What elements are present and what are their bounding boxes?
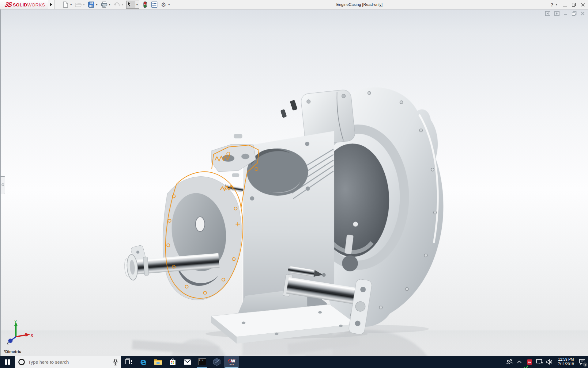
document-title: EngineCasing [Read-only] xyxy=(336,0,383,10)
store-button[interactable] xyxy=(165,356,180,368)
speaker-icon xyxy=(546,359,553,365)
save-floppy-icon xyxy=(88,1,95,8)
view-orientation-label: *Dimetric xyxy=(4,349,21,354)
task-view-icon xyxy=(125,358,132,365)
help-button[interactable]: ? ▼ xyxy=(551,1,558,9)
dropdown-caret[interactable]: ▼ xyxy=(108,1,111,8)
triad-y-label: Y xyxy=(14,320,17,324)
clock-date: 7/11/2018 xyxy=(556,362,576,366)
windows-logo-icon xyxy=(5,359,10,365)
show-hidden-icons-button[interactable] xyxy=(515,356,523,368)
open-button[interactable]: ▼ xyxy=(75,1,86,8)
properties-button[interactable] xyxy=(151,1,158,8)
pane-right-button[interactable] xyxy=(554,11,560,16)
new-document-icon xyxy=(62,1,69,8)
document-window-controls xyxy=(545,11,585,16)
hexagon-app-button[interactable] xyxy=(209,356,224,368)
start-button[interactable] xyxy=(0,356,15,368)
display-states-button[interactable] xyxy=(141,1,149,8)
search-input[interactable] xyxy=(28,359,102,365)
action-center-button[interactable]: 3 xyxy=(578,356,586,368)
check-icon xyxy=(524,366,528,368)
file-explorer-icon xyxy=(154,358,162,365)
taskbar-search[interactable] xyxy=(15,356,121,368)
cover-stud xyxy=(290,100,297,111)
close-icon xyxy=(581,3,585,7)
minimize-icon xyxy=(563,6,567,6)
windows-taskbar: e C:\_ SW 2017 xyxy=(0,356,588,368)
new-document-button[interactable]: ▼ xyxy=(62,1,73,8)
command-prompt-button[interactable]: C:\_ xyxy=(195,356,209,368)
mail-icon xyxy=(183,359,191,365)
solidworks-resource-monitor[interactable]: sw xyxy=(526,356,533,368)
store-icon xyxy=(169,358,176,366)
undo-icon xyxy=(113,1,121,8)
edge-button[interactable]: e xyxy=(136,356,151,368)
task-view-button[interactable] xyxy=(121,356,136,368)
quick-access-toolbar: ▼ ▼ ▼ ▼ ▼ ▼ xyxy=(62,0,173,9)
pane-left-button[interactable] xyxy=(545,11,550,16)
doc-restore-button[interactable] xyxy=(572,11,577,16)
edge-icon: e xyxy=(140,357,146,366)
help-label: ? xyxy=(551,2,553,7)
select-tool-button[interactable]: ▼ xyxy=(126,1,139,9)
volume-button[interactable] xyxy=(546,356,554,368)
restore-button[interactable] xyxy=(572,3,576,7)
window-controls: ? ▼ xyxy=(551,0,585,10)
logo-text-light: WORKS xyxy=(27,2,45,7)
network-button[interactable] xyxy=(536,356,544,368)
clock-time: 12:59 PM xyxy=(556,357,576,362)
triad-z-label: Z xyxy=(7,341,9,345)
engine-casing-model[interactable] xyxy=(1,10,588,356)
graphics-viewport[interactable]: Y X Z *Dimetric xyxy=(0,10,588,356)
flyout-arrow-icon xyxy=(50,3,52,6)
dropdown-caret[interactable]: ▼ xyxy=(82,1,86,8)
dropdown-caret[interactable]: ▼ xyxy=(95,1,99,8)
file-explorer-button[interactable] xyxy=(151,356,165,368)
traffic-light-icon xyxy=(141,1,149,8)
hexagon-app-icon xyxy=(213,358,221,366)
solidworks-logo: 3S SOLIDWORKS xyxy=(0,0,48,9)
restore-icon xyxy=(572,3,576,7)
triad-x-label: X xyxy=(31,333,33,338)
titlebar: 3S SOLIDWORKS ▼ ▼ ▼ ▼ xyxy=(0,0,588,10)
taskbar-clock[interactable]: 12:59 PM 7/11/2018 xyxy=(556,357,576,366)
options-button[interactable]: ⚙ ▼ xyxy=(160,1,171,8)
ds-logo-mark: 3S xyxy=(4,1,12,8)
select-arrow-icon xyxy=(126,1,135,8)
people-button[interactable] xyxy=(505,356,513,368)
command-prompt-icon: C:\_ xyxy=(198,358,206,365)
doc-close-button[interactable] xyxy=(581,11,585,16)
cover-stud xyxy=(280,109,287,118)
open-folder-icon xyxy=(75,1,82,8)
solidworks-2017-button[interactable]: SW 2017 xyxy=(224,356,239,368)
solidworks-app-icon: SW 2017 xyxy=(228,358,235,366)
close-button[interactable] xyxy=(581,3,585,7)
print-button[interactable]: ▼ xyxy=(100,1,111,8)
mail-button[interactable] xyxy=(180,356,195,368)
properties-list-icon xyxy=(151,1,158,8)
cortana-icon[interactable] xyxy=(18,359,25,365)
solidworks-tray-icon: sw xyxy=(527,359,532,365)
chevron-up-icon xyxy=(517,360,522,363)
feature-manager-collapsed-tab[interactable] xyxy=(1,176,5,194)
save-button[interactable]: ▼ xyxy=(88,1,99,8)
system-tray: sw 12:59 PM 7/11/2018 xyxy=(505,356,588,368)
microphone-icon[interactable] xyxy=(113,359,118,367)
logo-text-bold: SOLID xyxy=(13,2,27,7)
dropdown-caret[interactable]: ▼ xyxy=(167,1,171,8)
doc-minimize-button[interactable] xyxy=(564,11,568,16)
pane-expand-dot-icon xyxy=(2,183,4,186)
dropdown-caret[interactable]: ▼ xyxy=(121,1,124,8)
minimize-button[interactable] xyxy=(563,2,567,8)
undo-button[interactable]: ▼ xyxy=(113,1,124,8)
dropdown-caret[interactable]: ▼ xyxy=(135,1,139,8)
menu-flyout-button[interactable] xyxy=(48,0,55,9)
people-icon xyxy=(506,359,513,365)
gear-icon: ⚙ xyxy=(160,1,167,8)
notification-badge: 3 xyxy=(583,362,587,367)
print-icon xyxy=(100,1,108,8)
dropdown-caret[interactable]: ▼ xyxy=(555,1,558,9)
network-icon xyxy=(536,359,543,365)
dropdown-caret[interactable]: ▼ xyxy=(69,1,73,8)
